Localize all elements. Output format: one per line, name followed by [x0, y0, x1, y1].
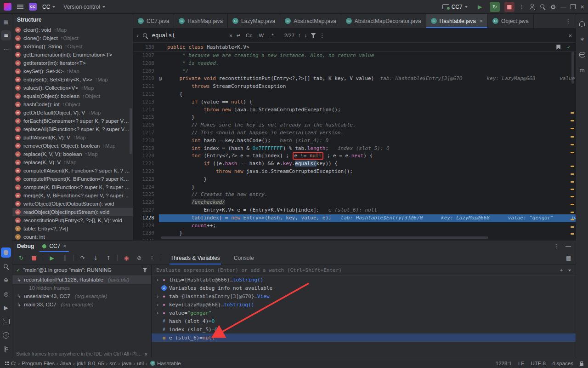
- find-match-stripe-mark[interactable]: [571, 166, 574, 167]
- debug-options-icon[interactable]: ⋮: [554, 243, 559, 249]
- structure-item[interactable]: mforEach(BiConsumer<? super K, ? super V…: [12, 117, 133, 125]
- whole-words-toggle[interactable]: W: [257, 32, 265, 39]
- search-input[interactable]: equals(: [152, 32, 226, 39]
- previous-match-icon[interactable]: ↑: [298, 33, 301, 38]
- maximize-button[interactable]: [571, 4, 576, 9]
- code-line[interactable]: 1218 int hash = key.hashCode(); hash (sl…: [133, 137, 576, 145]
- find-match-stripe-mark[interactable]: [571, 189, 574, 190]
- find-match-stripe-mark[interactable]: [571, 219, 574, 220]
- code-line[interactable]: 1228 tab[index] = new Entry<>(hash, key,…: [133, 214, 576, 222]
- close-session-icon[interactable]: ×: [63, 243, 66, 249]
- find-match-stripe-mark[interactable]: [571, 226, 574, 228]
- structure-item[interactable]: mcomputeIfPresent(K, BiFunction<? super …: [12, 175, 133, 183]
- editor-tab[interactable]: CLazyMap.java: [228, 14, 280, 28]
- frame-row[interactable]: ↳reconstitutionPut:1228, Hashtable(java.…: [12, 276, 151, 284]
- code-line[interactable]: 1229 count++;: [133, 222, 576, 230]
- code-line[interactable]: 1225 // Creates the new entry.: [133, 191, 576, 199]
- project-selector[interactable]: CC: [40, 2, 58, 12]
- structure-item[interactable]: mcompute(K, BiFunction<? super K, ? supe…: [12, 183, 133, 191]
- clear-search-icon[interactable]: ×: [229, 32, 233, 39]
- structure-item[interactable]: mgetOrDefault(Object, V): V↑Map: [12, 109, 133, 117]
- line-number[interactable]: 1219: [133, 145, 159, 153]
- breadcrumb-item[interactable]: Program Files: [22, 361, 55, 366]
- find-match-stripe-mark[interactable]: [571, 212, 574, 213]
- code-line[interactable]: 1227 Entry<K,V> e = (Entry<K,V>)tab[inde…: [133, 207, 576, 214]
- close-find-icon[interactable]: ×: [568, 32, 572, 39]
- step-into-icon[interactable]: ↓: [91, 255, 100, 261]
- line-number[interactable]: 1229: [133, 222, 159, 230]
- line-number[interactable]: 1210: [133, 75, 159, 83]
- line-number[interactable]: 1208: [133, 60, 159, 68]
- pause-icon[interactable]: ‖: [61, 255, 69, 261]
- line-number[interactable]: 1230: [133, 230, 159, 237]
- code-line[interactable]: 1217 // This should not happen in deseri…: [133, 129, 576, 137]
- frame-row[interactable]: 10 hidden frames: [12, 284, 151, 292]
- find-match-stripe-mark[interactable]: [571, 196, 574, 197]
- structure-item[interactable]: mremove(Object, Object): boolean↑Map: [12, 142, 133, 150]
- more-icon[interactable]: ⋮: [148, 255, 156, 261]
- status-widget[interactable]: 4 spaces: [552, 361, 573, 366]
- layout-settings-icon[interactable]: ▦: [566, 255, 571, 261]
- step-out-icon[interactable]: ↑: [104, 255, 113, 261]
- debug-button[interactable]: ▶: [475, 2, 485, 12]
- run-icon[interactable]: ▶: [1, 303, 11, 313]
- filter-icon[interactable]: [311, 33, 316, 38]
- breadcrumb-item[interactable]: util: [137, 361, 144, 366]
- structure-item[interactable]: mequals(Object): boolean↑Object: [12, 92, 133, 100]
- editor-tab[interactable]: CHashtable.java×: [426, 14, 488, 28]
- find-match-stripe-mark[interactable]: [571, 120, 574, 121]
- code-line[interactable]: 1220 for (Entry<?,?> e = tab[index] ; e …: [133, 152, 576, 160]
- code-line[interactable]: 1214 throw new java.io.StreamCorruptedEx…: [133, 106, 576, 114]
- line-number[interactable]: 1225: [133, 191, 159, 199]
- code-line[interactable]: 1221 if ((e.hash == hash) && e.key.equal…: [133, 160, 576, 168]
- editor-horizontal-scrollbar[interactable]: [161, 236, 488, 239]
- add-watch-icon[interactable]: +: [560, 267, 563, 273]
- find-match-stripe-mark[interactable]: [571, 112, 574, 114]
- bookmark-icon[interactable]: [556, 45, 560, 50]
- variable-row[interactable]: #hash (slot_4) = 0: [152, 317, 576, 325]
- line-number[interactable]: 1211: [133, 83, 159, 91]
- thread-selector[interactable]: ✓ "main"@1 in group "main": RUNNING: [12, 265, 151, 276]
- project-badge[interactable]: CC: [29, 3, 37, 11]
- database-icon[interactable]: [577, 50, 587, 60]
- variable-row[interactable]: ▤e (slot_6) = null: [152, 334, 576, 342]
- user-account-icon[interactable]: [529, 4, 535, 10]
- structure-item[interactable]: mreadObject(ObjectInputStream): void: [12, 208, 133, 216]
- variable-row[interactable]: ›◆this = {Hashtable@666} … toString(): [152, 276, 576, 284]
- editor-tab[interactable]: CHashMap.java: [174, 14, 228, 28]
- find-match-stripe-mark[interactable]: [571, 152, 574, 153]
- tab-threads-variables[interactable]: Threads & Variables: [166, 252, 225, 264]
- line-number[interactable]: 1216: [133, 121, 159, 129]
- git-branch-icon[interactable]: [1, 344, 11, 354]
- editor-area[interactable]: CCC7.javaCHashMap.javaCLazyMap.javaCAbst…: [133, 14, 576, 240]
- regex-toggle[interactable]: .*: [269, 32, 275, 39]
- code-line[interactable]: 1216 // Makes sure the key is not alread…: [133, 121, 576, 129]
- find-match-stripe-mark[interactable]: [571, 181, 574, 183]
- match-case-toggle[interactable]: Cc: [244, 32, 254, 39]
- services-icon[interactable]: ◎: [1, 289, 11, 299]
- variable-row[interactable]: ›◆value = "gengar": [152, 309, 576, 317]
- find-match-stripe-mark[interactable]: [571, 233, 574, 235]
- stop-button[interactable]: ■: [504, 2, 514, 12]
- structure-item[interactable]: mcomputeIfAbsent(K, Function<? super K, …: [12, 167, 133, 175]
- line-number[interactable]: 1209: [133, 68, 159, 75]
- debug-session-tab[interactable]: CC7 ×: [40, 241, 69, 252]
- next-match-icon[interactable]: ↓: [305, 33, 307, 38]
- structure-item[interactable]: fcount: int: [12, 233, 133, 240]
- editor-tab[interactable]: CCC7.java: [133, 14, 174, 28]
- code-line[interactable]: 1223 }: [133, 176, 576, 184]
- editor-tab[interactable]: CAbstractMap.java: [280, 14, 341, 28]
- structure-item[interactable]: mmerge(K, V, BiFunction<? super V, ? sup…: [12, 191, 133, 200]
- project-folder-icon[interactable]: ▦: [1, 17, 11, 27]
- structure-item[interactable]: mputIfAbsent(K, V): V↑Map: [12, 133, 133, 142]
- chevron-right-icon[interactable]: ›: [154, 293, 161, 299]
- chevron-right-icon[interactable]: ›: [154, 310, 161, 316]
- code-line[interactable]: 1210@ private void reconstitutionPut(Ent…: [133, 75, 576, 83]
- view-breakpoints-icon[interactable]: ◉: [122, 255, 130, 261]
- maven-icon[interactable]: m: [577, 65, 587, 75]
- editor-vertical-scrollbar[interactable]: [571, 52, 574, 84]
- breadcrumb-item[interactable]: C:: [11, 361, 17, 366]
- code-line[interactable]: 1211 throws StreamCorruptedException: [133, 83, 576, 91]
- line-number[interactable]: 1223: [133, 176, 159, 184]
- line-number[interactable]: 1217: [133, 129, 159, 137]
